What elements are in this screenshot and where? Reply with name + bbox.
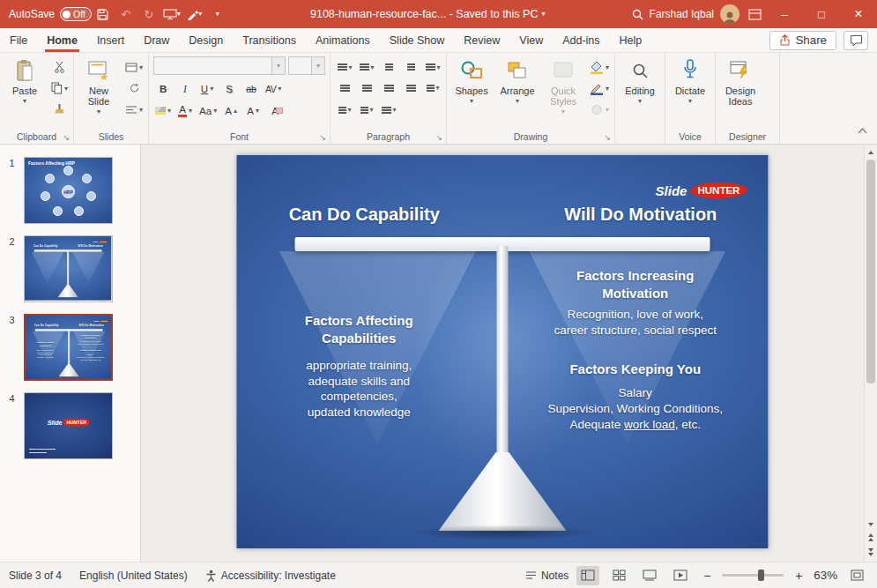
font-color-button[interactable]: A▾ [175,101,196,121]
slide-sorter-view-button[interactable] [607,566,630,585]
slide-canvas[interactable]: Slide HUNTER Can Do Capability Will Do M… [237,155,769,548]
right-body-1[interactable]: Recognition, love of work, career struct… [518,307,752,339]
slide-thumbnail-3-selected[interactable]: SlideHUNTER Can Do Capability Will Do Mo… [24,314,113,381]
customize-quick-access-button[interactable]: ▾ [206,2,229,26]
tab-review[interactable]: Review [454,28,509,52]
collapse-ribbon-button[interactable] [854,125,870,139]
font-name-combobox[interactable]: ▾ [153,56,286,75]
tab-insert[interactable]: Insert [87,28,134,52]
format-painter-button[interactable] [48,100,71,119]
underline-button[interactable]: U▾ [197,79,218,99]
right-heading-1[interactable]: Factors Increasing Motivation [529,267,741,301]
shape-fill-button[interactable]: ▾ [587,57,612,77]
align-right-button[interactable] [378,78,399,98]
language-button[interactable]: English (United States) [79,569,188,582]
zoom-level-button[interactable]: 63% [814,569,837,582]
autosave-toggle[interactable]: AutoSave Off [9,7,92,21]
character-spacing-button[interactable]: AV▾ [263,79,284,99]
slide-thumbnail-4[interactable]: Slide HUNTER [24,392,113,459]
right-heading-2[interactable]: Factors Keeping You [529,361,741,378]
slide-left-title[interactable]: Can Do Capability [242,205,487,225]
tab-file[interactable]: File [0,28,37,52]
text-highlight-button[interactable]: ▾ [152,101,174,121]
cut-button[interactable] [48,57,71,77]
align-text-button[interactable]: ▾ [356,100,377,120]
slide-layout-button[interactable]: ▾ [123,57,145,77]
slide-right-title[interactable]: Will Do Motivation [518,205,762,225]
shapes-button[interactable]: Shapes ▾ [450,55,494,106]
tab-slide-show[interactable]: Slide Show [380,28,455,52]
design-ideas-button[interactable]: Design Ideas [718,55,762,108]
reset-slide-button[interactable] [123,78,145,98]
redo-button[interactable]: ↻ [137,2,160,26]
font-size-combobox[interactable]: ▾ [288,56,325,75]
notes-button[interactable]: Notes [525,569,569,582]
tab-transitions[interactable]: Transitions [233,28,306,52]
strikethrough-button[interactable]: ab [241,79,262,99]
font-dialog-launcher[interactable]: ↘ [319,134,326,142]
clipboard-dialog-launcher[interactable]: ↘ [63,134,70,142]
numbering-button[interactable]: ▾ [356,57,377,77]
scroll-down-button[interactable] [865,518,877,530]
touch-draw-button[interactable]: ▾ [183,2,206,26]
convert-smartart-button[interactable]: ▾ [378,100,399,120]
tab-help[interactable]: Help [610,28,652,52]
increase-font-size-button[interactable]: A▴ [220,101,242,121]
increase-indent-button[interactable] [400,57,421,77]
account-button[interactable]: Farshad Iqbal [650,4,740,24]
justify-button[interactable] [400,78,421,98]
zoom-slider[interactable] [722,574,784,577]
tab-animations[interactable]: Animations [306,28,380,52]
zoom-slider-thumb[interactable] [758,569,764,581]
scrollbar-track[interactable] [865,158,877,518]
paste-button[interactable]: Paste ▾ [3,55,47,106]
dictate-button[interactable]: Dictate ▾ [668,55,712,106]
new-slide-button[interactable]: New Slide ▾ [77,55,121,116]
maximize-button[interactable]: □ [803,0,840,28]
left-body[interactable]: appropriate training, adequate skills an… [264,358,455,421]
columns-button[interactable]: ▾ [422,78,443,98]
search-button[interactable] [627,2,650,26]
start-presentation-button[interactable]: ▾ [160,2,183,26]
shape-outline-button[interactable]: ▾ [587,78,612,98]
scrollbar-thumb[interactable] [866,160,875,383]
normal-view-button[interactable] [576,566,599,585]
tab-home[interactable]: Home [37,28,87,52]
shape-effects-button[interactable]: ▾ [587,100,612,119]
document-title[interactable]: 9108-human-resource-fac... - Saved to th… [229,8,627,20]
change-case-button[interactable]: Aa▾ [197,101,219,121]
tab-add-ins[interactable]: Add-ins [553,28,609,52]
ribbon-display-options-button[interactable] [743,2,766,26]
tab-draw[interactable]: Draw [134,28,179,52]
left-heading[interactable]: Factors Affecting Capabilities [269,312,450,346]
line-spacing-button[interactable]: ▾ [422,57,443,77]
tab-view[interactable]: View [509,28,553,52]
vertical-scrollbar[interactable] [864,145,877,562]
slide-thumbnail-1[interactable]: Factors Affecting HRP HRP [24,157,113,224]
comments-button[interactable] [844,31,868,50]
accessibility-button[interactable]: Accessibility: Investigate [205,569,336,582]
editing-button[interactable]: Editing ▾ [618,55,662,106]
right-body-2[interactable]: Salary Supervision, Working Conditions, … [518,385,752,432]
fit-slide-to-window-button[interactable] [845,566,868,585]
decrease-font-size-button[interactable]: A▾ [242,101,264,121]
slide-thumbnail-2[interactable]: SlideHUNTER Can Do Capability Will Do Mo… [24,235,113,302]
minimize-button[interactable]: – [766,0,803,28]
scroll-up-button[interactable] [865,146,877,158]
close-button[interactable]: × [840,0,877,28]
text-direction-button[interactable]: ▾ [334,100,355,120]
slide-show-button[interactable] [669,566,692,585]
reading-view-button[interactable] [638,566,661,585]
align-center-button[interactable] [356,78,377,98]
previous-slide-button[interactable] [865,530,877,545]
section-button[interactable]: ▾ [123,100,145,119]
bold-button[interactable]: B [152,79,174,99]
italic-button[interactable]: I [175,79,196,99]
text-shadow-button[interactable]: S [219,79,240,99]
tab-design[interactable]: Design [179,28,233,52]
zoom-out-button[interactable]: − [700,567,714,584]
bullets-button[interactable]: ▾ [334,57,355,77]
undo-button[interactable]: ↶ [115,2,137,26]
align-left-button[interactable] [334,78,355,98]
clear-formatting-button[interactable]: A [264,101,286,121]
